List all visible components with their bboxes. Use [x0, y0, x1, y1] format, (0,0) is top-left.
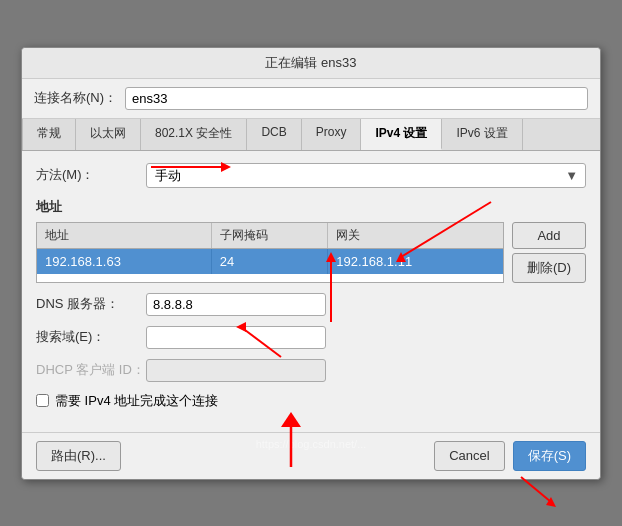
- cancel-button[interactable]: Cancel: [434, 441, 504, 471]
- svg-marker-11: [546, 497, 556, 507]
- require-ipv4-label: 需要 IPv4 地址完成这个连接: [55, 392, 218, 410]
- tab-dcb[interactable]: DCB: [247, 119, 301, 150]
- route-button[interactable]: 路由(R)...: [36, 441, 121, 471]
- tab-bar: 常规 以太网 802.1X 安全性 DCB Proxy IPv4 设置 IPv6…: [22, 119, 600, 151]
- table-header: 地址 子网掩码 网关: [37, 223, 503, 249]
- method-row: 方法(M)： 手动 自动(DHCP) 仅本地链接 共享给其他计算机 禁用 ▼: [36, 163, 586, 188]
- require-ipv4-row: 需要 IPv4 地址完成这个连接: [36, 392, 586, 410]
- tab-ethernet[interactable]: 以太网: [76, 119, 141, 150]
- col-address: 地址: [37, 223, 212, 248]
- col-gateway: 网关: [328, 223, 503, 248]
- method-select-wrapper: 手动 自动(DHCP) 仅本地链接 共享给其他计算机 禁用 ▼: [146, 163, 586, 188]
- address-table-area: 地址 子网掩码 网关 192.168.1.63 24 192.168.1.11 …: [36, 222, 586, 283]
- tab-ipv4[interactable]: IPv4 设置: [361, 119, 442, 150]
- bottom-right-buttons: Cancel 保存(S): [434, 441, 586, 471]
- tab-general[interactable]: 常规: [22, 119, 76, 150]
- table-row[interactable]: 192.168.1.63 24 192.168.1.11: [37, 249, 503, 274]
- tab-8021x[interactable]: 802.1X 安全性: [141, 119, 247, 150]
- svg-line-10: [521, 477, 551, 502]
- tab-ipv6[interactable]: IPv6 设置: [442, 119, 522, 150]
- cell-address: 192.168.1.63: [37, 249, 212, 274]
- dns-row: DNS 服务器：: [36, 293, 586, 316]
- tab-proxy[interactable]: Proxy: [302, 119, 362, 150]
- require-ipv4-checkbox[interactable]: [36, 394, 49, 407]
- method-select[interactable]: 手动 自动(DHCP) 仅本地链接 共享给其他计算机 禁用: [146, 163, 586, 188]
- save-button[interactable]: 保存(S): [513, 441, 586, 471]
- address-table: 地址 子网掩码 网关 192.168.1.63 24 192.168.1.11: [36, 222, 504, 283]
- dhcp-row: DHCP 客户端 ID：: [36, 359, 586, 382]
- addresses-section-label: 地址: [36, 198, 586, 216]
- bottom-row: 路由(R)... Cancel 保存(S): [22, 432, 600, 479]
- search-row: 搜索域(E)：: [36, 326, 586, 349]
- connection-name-label: 连接名称(N)：: [34, 89, 117, 107]
- delete-button[interactable]: 删除(D): [512, 253, 586, 283]
- cell-gateway: 192.168.1.11: [328, 249, 503, 274]
- method-label: 方法(M)：: [36, 166, 146, 184]
- table-buttons: Add 删除(D): [512, 222, 586, 283]
- cell-netmask: 24: [212, 249, 329, 274]
- dns-label: DNS 服务器：: [36, 295, 146, 313]
- search-input[interactable]: [146, 326, 326, 349]
- connection-name-row: 连接名称(N)：: [22, 79, 600, 119]
- tab-content-ipv4: 方法(M)： 手动 自动(DHCP) 仅本地链接 共享给其他计算机 禁用 ▼ 地…: [22, 151, 600, 432]
- connection-name-input[interactable]: [125, 87, 588, 110]
- dhcp-label: DHCP 客户端 ID：: [36, 361, 146, 379]
- add-button[interactable]: Add: [512, 222, 586, 249]
- dns-input[interactable]: [146, 293, 326, 316]
- title-bar: 正在编辑 ens33: [22, 48, 600, 79]
- col-netmask: 子网掩码: [212, 223, 329, 248]
- search-label: 搜索域(E)：: [36, 328, 146, 346]
- dhcp-input: [146, 359, 326, 382]
